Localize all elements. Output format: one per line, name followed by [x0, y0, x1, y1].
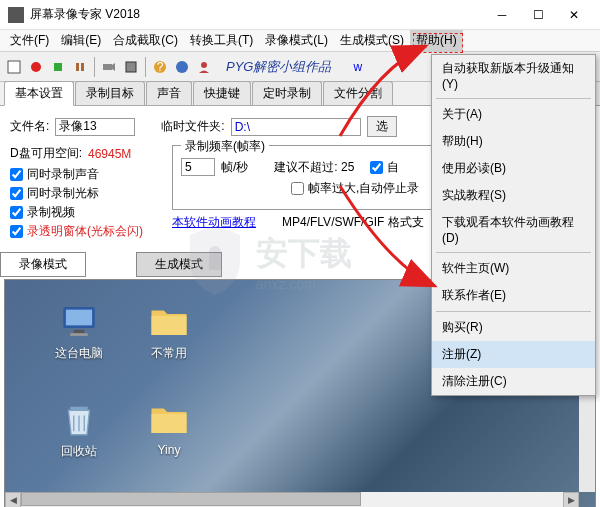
tool-help-icon[interactable]: ? — [150, 57, 170, 77]
filename-label: 文件名: — [10, 118, 49, 135]
chk-cursor[interactable]: 同时录制光标 — [10, 185, 160, 202]
scroll-left-icon[interactable]: ◀ — [5, 492, 21, 507]
svg-rect-7 — [126, 62, 136, 72]
desktop-icon-label: 不常用 — [151, 345, 187, 362]
svg-rect-5 — [103, 64, 112, 70]
tempdir-label: 临时文件夹: — [161, 118, 224, 135]
menu-homepage[interactable]: 软件主页(W) — [432, 255, 595, 282]
horizontal-scrollbar[interactable]: ◀ ▶ — [5, 492, 579, 507]
desktop-icon-label: Yiny — [158, 443, 181, 457]
chk-audio[interactable]: 同时录制声音 — [10, 166, 160, 183]
frequency-input[interactable] — [181, 158, 215, 176]
tab-record-mode[interactable]: 录像模式 — [0, 252, 86, 277]
menu-compose[interactable]: 合成截取(C) — [107, 30, 184, 51]
svg-text:?: ? — [157, 60, 164, 74]
suggest-text: 建议不超过: 25 — [274, 159, 354, 176]
tab-timer[interactable]: 定时录制 — [252, 81, 322, 105]
menu-contact[interactable]: 联系作者(E) — [432, 282, 595, 309]
menu-convert[interactable]: 转换工具(T) — [184, 30, 259, 51]
tool-user-icon[interactable] — [194, 57, 214, 77]
app-icon — [8, 7, 24, 23]
menu-register[interactable]: 注册(Z) — [432, 341, 595, 368]
help-dropdown: 自动获取新版本升级通知(Y) 关于(A) 帮助(H) 使用必读(B) 实战教程(… — [431, 54, 596, 396]
tool-record-icon[interactable] — [26, 57, 46, 77]
svg-rect-17 — [70, 407, 88, 411]
window-title: 屏幕录像专家 V2018 — [30, 6, 484, 23]
desktop-icon-label: 回收站 — [61, 443, 97, 460]
menu-buy[interactable]: 购买(R) — [432, 314, 595, 341]
svg-rect-14 — [74, 330, 85, 334]
desktop-icon-recycle[interactable]: 回收站 — [39, 398, 119, 460]
svg-point-1 — [31, 62, 41, 72]
titlebar: 屏幕录像专家 V2018 ─ ☐ ✕ — [0, 0, 600, 30]
frequency-unit: 帧/秒 — [221, 159, 248, 176]
minimize-button[interactable]: ─ — [484, 1, 520, 29]
tab-target[interactable]: 录制目标 — [75, 81, 145, 105]
filename-input[interactable] — [55, 118, 135, 136]
menu-tutorial[interactable]: 实战教程(S) — [432, 182, 595, 209]
format-text: MP4/FLV/SWF/GIF 格式支 — [282, 214, 424, 231]
browse-button[interactable]: 选 — [367, 116, 397, 137]
menu-clear-register[interactable]: 清除注册(C) — [432, 368, 595, 395]
tab-sound[interactable]: 声音 — [146, 81, 192, 105]
svg-rect-18 — [152, 414, 187, 433]
svg-rect-0 — [8, 61, 20, 73]
menu-help[interactable]: 帮助(H) — [410, 30, 463, 51]
svg-rect-16 — [152, 316, 187, 335]
tool-settings-icon[interactable] — [121, 57, 141, 77]
menubar: 文件(F) 编辑(E) 合成截取(C) 转换工具(T) 录像模式(L) 生成模式… — [0, 30, 600, 52]
tab-split[interactable]: 文件分割 — [323, 81, 393, 105]
svg-rect-4 — [81, 63, 84, 71]
svg-rect-3 — [76, 63, 79, 71]
toolbar-watermark: PYG解密小组作品 — [226, 58, 331, 76]
desktop-icon-computer[interactable]: 这台电脑 — [39, 300, 119, 362]
tool-camera-icon[interactable] — [99, 57, 119, 77]
svg-rect-13 — [66, 310, 92, 326]
menu-record-mode[interactable]: 录像模式(L) — [259, 30, 334, 51]
menu-download-tutorial[interactable]: 下载观看本软件动画教程(D) — [432, 209, 595, 250]
tool-about-icon[interactable] — [172, 57, 192, 77]
svg-point-10 — [176, 61, 188, 73]
close-button[interactable]: ✕ — [556, 1, 592, 29]
tab-generate-mode[interactable]: 生成模式 — [136, 252, 222, 277]
svg-point-11 — [201, 62, 207, 68]
menu-generate-mode[interactable]: 生成模式(S) — [334, 30, 410, 51]
tool-new-icon[interactable] — [4, 57, 24, 77]
disk-label: D盘可用空间: — [10, 145, 82, 162]
toolbar-link[interactable]: w — [353, 60, 362, 74]
disk-value: 46945M — [88, 147, 131, 161]
tab-basic[interactable]: 基本设置 — [4, 81, 74, 106]
desktop-icon-folder2[interactable]: Yiny — [129, 398, 209, 460]
tab-hotkey[interactable]: 快捷键 — [193, 81, 251, 105]
tempdir-input[interactable] — [231, 118, 361, 136]
svg-marker-6 — [112, 63, 115, 71]
tool-stop-icon[interactable] — [48, 57, 68, 77]
menu-file[interactable]: 文件(F) — [4, 30, 55, 51]
tutorial-link[interactable]: 本软件动画教程 — [172, 214, 256, 231]
menu-edit[interactable]: 编辑(E) — [55, 30, 107, 51]
chk-transparent[interactable]: 录透明窗体(光标会闪) — [10, 223, 160, 240]
maximize-button[interactable]: ☐ — [520, 1, 556, 29]
menu-auto-update[interactable]: 自动获取新版本升级通知(Y) — [432, 55, 595, 96]
frequency-legend: 录制频率(帧率) — [181, 138, 269, 155]
tool-pause-icon[interactable] — [70, 57, 90, 77]
menu-help-item[interactable]: 帮助(H) — [432, 128, 595, 155]
scroll-right-icon[interactable]: ▶ — [563, 492, 579, 507]
desktop-icon-folder1[interactable]: 不常用 — [129, 300, 209, 362]
desktop-icon-label: 这台电脑 — [55, 345, 103, 362]
chk-video[interactable]: 录制视频 — [10, 204, 160, 221]
chk-overflow[interactable]: 帧率过大,自动停止录 — [291, 180, 419, 197]
scroll-thumb[interactable] — [21, 492, 361, 506]
menu-readme[interactable]: 使用必读(B) — [432, 155, 595, 182]
svg-rect-15 — [70, 333, 88, 336]
menu-about[interactable]: 关于(A) — [432, 101, 595, 128]
chk-auto[interactable]: 自 — [370, 159, 399, 176]
svg-rect-2 — [54, 63, 62, 71]
